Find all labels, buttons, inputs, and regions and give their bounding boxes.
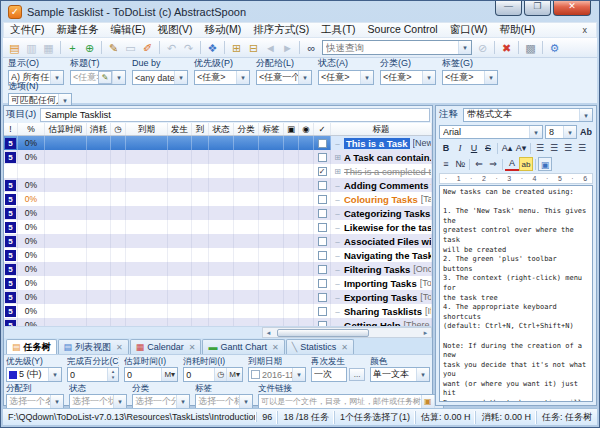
task-checkbox[interactable] (318, 153, 327, 162)
menubar-close-button[interactable]: x (574, 25, 597, 35)
expand-toggle-icon[interactable]: – (331, 293, 344, 302)
expand-toggle-icon[interactable]: – (331, 223, 344, 232)
recurrence-field[interactable]: 一次 (311, 367, 347, 382)
task-title[interactable]: Categorizing Tasks (344, 208, 430, 219)
chevron-down-icon[interactable]: ▾ (50, 395, 63, 408)
close-button[interactable]: ✕ (553, 0, 591, 16)
column-header-start[interactable]: 发生 (168, 123, 192, 135)
table-row[interactable]: ✓⊞This is a completed task[A task can be… (4, 164, 432, 178)
menu-item[interactable]: 编辑(E) (104, 23, 151, 37)
font-dialog-button[interactable]: Ab (579, 125, 593, 139)
percent-spinner[interactable]: 0 ▴▾ (67, 367, 119, 382)
bullet-list-button[interactable]: ≡ (439, 157, 453, 171)
spinner-arrows-icon[interactable]: ▴▾ (107, 368, 118, 381)
font-color-button[interactable]: A (505, 158, 519, 171)
preferences-gear-icon[interactable]: ⚙ (546, 40, 563, 56)
task-title[interactable]: Importing Tasks (344, 278, 417, 289)
column-header-chk[interactable]: ✓ (314, 123, 331, 135)
increase-font-button[interactable]: A▴ (500, 141, 514, 155)
task-title[interactable]: Navigating the Tasklist (344, 250, 432, 261)
table-row[interactable]: 50%–Getting Help[There are a number of r… (4, 318, 432, 326)
task-checkbox[interactable] (318, 209, 327, 218)
menu-item[interactable]: 移动(M) (198, 23, 247, 37)
decrease-font-button[interactable]: A▾ (514, 141, 528, 155)
filter-combo[interactable]: <任意>▾ (442, 70, 498, 85)
est-time-field[interactable]: 0 M▾ (124, 367, 178, 382)
task-grid-header[interactable]: !%估算时间消耗◷到期发生到状态分类标签▣◉✓标题 (4, 123, 432, 136)
strikethrough-button[interactable]: S (481, 141, 495, 155)
task-title[interactable]: Likewise for the task's Status, Allocate… (344, 222, 432, 233)
chevron-down-icon[interactable]: ▾ (422, 71, 435, 84)
chevron-down-icon[interactable]: ▾ (236, 71, 249, 84)
due-date-checkbox[interactable] (251, 370, 260, 379)
scroll-left-icon[interactable]: ◄ (263, 330, 274, 336)
chevron-down-icon[interactable]: ▾ (579, 109, 592, 121)
tab-close-icon[interactable]: ✕ (189, 343, 196, 352)
recurrence-ellipsis-button[interactable]: ... (349, 368, 365, 381)
est-unit-button[interactable]: M▾ (161, 368, 177, 381)
table-row[interactable]: 50%⊞A Task can contain... (4, 150, 432, 164)
spent-time-field[interactable]: 0 ◷ M▾ (183, 367, 243, 382)
chevron-down-icon[interactable]: ▾ (292, 368, 305, 381)
column-header-tag[interactable]: 标签 (259, 123, 284, 135)
scrollbar-track[interactable]: ◄ ► (262, 327, 432, 338)
comment-format-combo[interactable]: 带格式文本 ▾ (463, 108, 593, 122)
table-row[interactable]: 50%–Associated Files with Tasks[The File… (4, 234, 432, 248)
edit-task-icon[interactable]: ✎ (105, 40, 122, 56)
task-checkbox[interactable] (318, 195, 327, 204)
protect-icon[interactable]: ▩ (522, 40, 539, 56)
new-task-icon[interactable]: + (64, 40, 81, 56)
expand-toggle-icon[interactable]: – (331, 279, 344, 288)
column-header-pri[interactable]: ! (4, 123, 18, 135)
priority-combo[interactable]: 5 (中) ▾ (6, 367, 62, 382)
task-title[interactable]: This is a completed task (344, 166, 432, 177)
indent-button[interactable]: ⇒ (486, 157, 500, 171)
column-header-pct[interactable]: % (18, 123, 45, 135)
align-left-button[interactable]: ☰ (533, 141, 547, 155)
collapse-all-icon[interactable]: ⊟ (245, 40, 262, 56)
table-row[interactable]: 50%–Filtering Tasks[Once you have been w… (4, 262, 432, 276)
column-header-cat[interactable]: 分类 (234, 123, 259, 135)
task-title[interactable]: Filtering Tasks (344, 264, 410, 275)
paint-icon[interactable]: ✐ (139, 40, 156, 56)
chevron-down-icon[interactable]: ▾ (112, 71, 125, 84)
task-title[interactable]: Exporting Tasks (344, 292, 417, 303)
chevron-down-icon[interactable]: ▾ (298, 71, 311, 84)
chevron-down-icon[interactable]: ▾ (239, 395, 252, 408)
filter-combo[interactable]: <任意一个>▾ (256, 70, 312, 85)
table-row[interactable]: 50%–Sharing Tasklists[If you want to col… (4, 304, 432, 318)
task-checkbox[interactable]: ✓ (318, 167, 327, 176)
menu-item[interactable]: 帮助(H) (494, 23, 542, 37)
chevron-down-icon[interactable]: ▾ (113, 395, 126, 408)
task-title[interactable]: This is a Task (344, 138, 410, 149)
task-title[interactable]: A Task can contain... (344, 152, 432, 163)
filter-combo[interactable]: <任意>▾ (194, 70, 250, 85)
task-checkbox[interactable] (318, 265, 327, 274)
menu-item[interactable]: 视图(V) (151, 23, 198, 37)
minimize-button[interactable]: — (495, 0, 522, 16)
task-checkbox[interactable] (318, 139, 327, 148)
expand-toggle-icon[interactable]: – (331, 237, 344, 246)
reminder-icon[interactable]: ▭ (122, 40, 139, 56)
filter-combo[interactable]: <any date>▾ (132, 70, 188, 85)
chevron-down-icon[interactable]: ▾ (174, 71, 187, 84)
task-title[interactable]: Associated Files with Tasks (344, 236, 432, 247)
due-date-picker[interactable]: 2016-11-04 ▾ (248, 367, 306, 382)
find-tasks-icon[interactable]: ∞ (303, 40, 320, 56)
clear-search-icon[interactable]: ⊘ (474, 40, 491, 56)
tab-Calendar[interactable]: ▦Calendar✕ (130, 339, 202, 354)
bold-button[interactable]: B (439, 141, 453, 155)
tab-close-icon[interactable]: ✕ (116, 343, 123, 352)
redo-icon[interactable]: ↷ (180, 40, 197, 56)
prev-task-icon[interactable]: ◄ (262, 40, 279, 56)
align-right-button[interactable]: ☰ (561, 141, 575, 155)
expand-toggle-icon[interactable]: – (331, 307, 344, 316)
font-size-combo[interactable]: 8 ▾ (545, 125, 577, 139)
next-task-icon[interactable]: ► (279, 40, 296, 56)
outdent-button[interactable]: ⇐ (472, 157, 486, 171)
align-center-button[interactable]: ☰ (547, 141, 561, 155)
filelink-field[interactable]: 可以是一个文件，目录，网址，邮件或任务树 ▣ ▸ (258, 394, 444, 409)
filter-combo[interactable]: <任意>✎▾ (70, 70, 126, 85)
tab-Statistics[interactable]: ╲Statistics✕ (286, 339, 354, 354)
scroll-right-icon[interactable]: ► (420, 330, 431, 336)
